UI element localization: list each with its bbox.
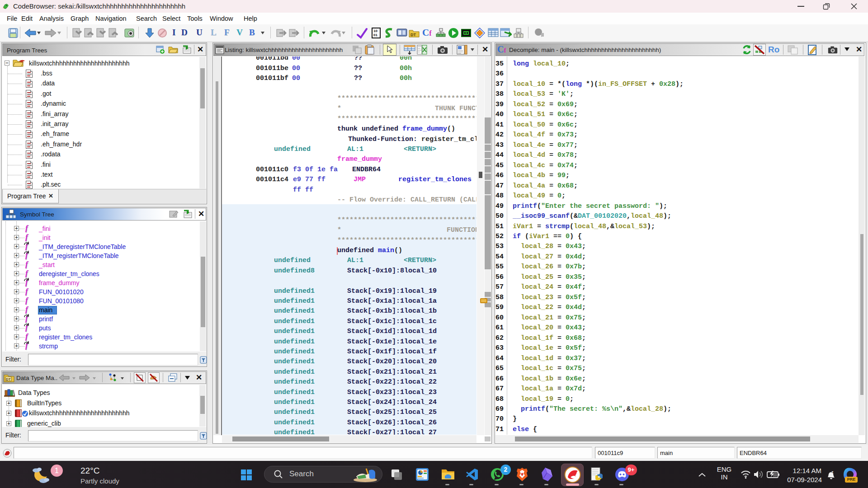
svg-text:DT: DT	[410, 33, 416, 37]
svg-text:01: 01	[373, 33, 377, 37]
svg-text:10: 10	[373, 29, 377, 33]
svg-text:DT: DT	[6, 377, 11, 381]
svg-text:z: z	[831, 470, 834, 474]
